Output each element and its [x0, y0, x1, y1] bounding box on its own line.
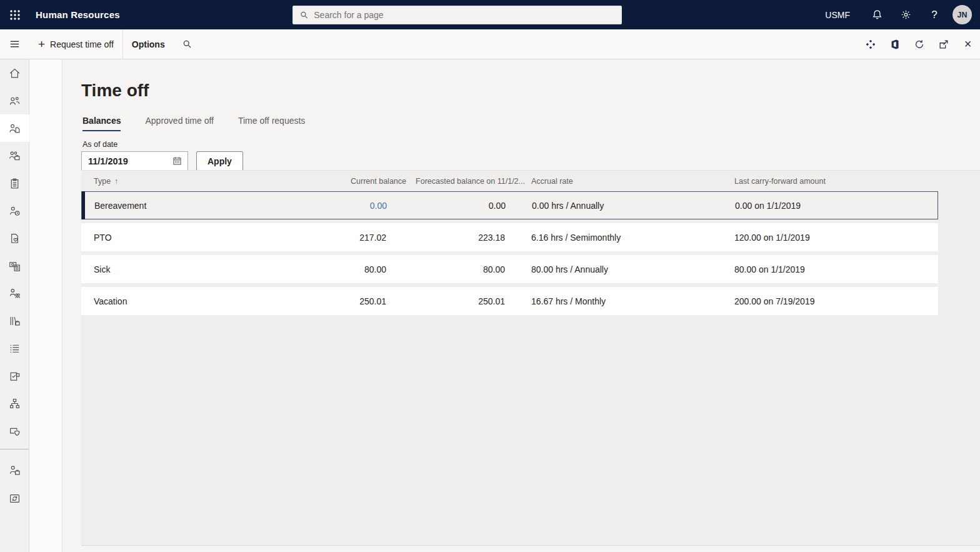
- cell-accrual-rate: 80.00 hrs / Annually: [525, 264, 719, 274]
- page-search-box[interactable]: [292, 6, 622, 24]
- as-of-date-field[interactable]: [81, 151, 188, 171]
- cell-accrual-rate: 6.16 hrs / Semimonthly: [525, 233, 719, 243]
- cell-carry-forward: 120.00 on 1/1/2019: [719, 233, 938, 243]
- people-briefcase-icon: [8, 149, 21, 163]
- diamonds-icon[interactable]: [858, 29, 882, 59]
- sidebar-nav-rail: [0, 59, 29, 552]
- sidebar-item-person-people[interactable]: [0, 279, 29, 307]
- column-header-accrual-rate[interactable]: Accrual rate: [525, 177, 719, 186]
- company-selector[interactable]: USMF: [821, 8, 854, 23]
- page-title: Time off: [81, 81, 980, 101]
- document-heart-icon: [8, 232, 21, 245]
- hamburger-menu-icon[interactable]: [0, 29, 29, 59]
- cell-forecasted-balance: 250.01: [406, 296, 525, 306]
- sidebar-item-payroll[interactable]: [0, 252, 29, 279]
- sidebar-item-box-sync[interactable]: [0, 484, 29, 511]
- options-button[interactable]: Options: [123, 29, 174, 59]
- clipboard-check-icon: [8, 369, 21, 383]
- sidebar-item-person-document[interactable]: [0, 114, 29, 142]
- cell-carry-forward: 0.00 on 1/1/2019: [719, 201, 938, 211]
- cell-current-balance: 80.00: [338, 264, 406, 274]
- sidebar-item-books-briefcase[interactable]: [0, 307, 29, 334]
- gear-icon[interactable]: [891, 0, 920, 29]
- plus-icon: +: [38, 38, 45, 51]
- payroll-icon: [8, 259, 21, 273]
- cell-forecasted-balance: 0.00: [407, 201, 526, 211]
- cell-forecasted-balance: 223.18: [406, 233, 525, 243]
- refresh-icon[interactable]: [907, 29, 931, 59]
- column-header-carry-forward[interactable]: Last carry-forward amount: [719, 177, 938, 186]
- sidebar-item-list[interactable]: [0, 334, 29, 362]
- sort-ascending-icon: ↑: [114, 177, 118, 186]
- office-icon[interactable]: [882, 29, 907, 59]
- table-row-bereavement[interactable]: Bereavement0.000.000.00 hrs / Annually0.…: [81, 191, 938, 219]
- org-chart-icon: [8, 397, 21, 410]
- column-header-type[interactable]: Type↑: [81, 177, 338, 186]
- grid-header-row: Type↑ Current balance Forecasted balance…: [81, 171, 938, 191]
- as-of-date-input[interactable]: [88, 156, 172, 166]
- balances-grid: Type↑ Current balance Forecasted balance…: [81, 170, 980, 546]
- sidebar-strip: [30, 59, 62, 552]
- sidebar-divider: [0, 449, 29, 449]
- column-header-current-balance[interactable]: Current balance: [338, 177, 406, 186]
- calendar-icon[interactable]: [172, 156, 182, 166]
- balance-link[interactable]: 0.00: [370, 201, 387, 211]
- shield-panel-icon: [8, 424, 21, 438]
- tab-balances[interactable]: Balances: [82, 116, 121, 131]
- toolbar-search-icon[interactable]: [174, 29, 201, 59]
- cell-type: Vacation: [81, 296, 338, 306]
- people-icon: [8, 94, 21, 108]
- waffle-icon[interactable]: [0, 0, 29, 29]
- cell-accrual-rate: 16.67 hrs / Monthly: [525, 296, 719, 306]
- home-icon: [8, 67, 21, 80]
- request-time-off-button[interactable]: + Request time off: [29, 29, 122, 59]
- sidebar-item-person-clock[interactable]: [0, 197, 29, 224]
- cell-accrual-rate: 0.00 hrs / Annually: [526, 201, 719, 211]
- sidebar-item-org-chart[interactable]: [0, 389, 29, 417]
- table-row-pto[interactable]: PTO217.02223.186.16 hrs / Semimonthly120…: [81, 223, 938, 251]
- cell-type: PTO: [81, 233, 338, 243]
- app-title: Human Resources: [36, 9, 120, 20]
- person-people-icon: [8, 287, 21, 300]
- person-clock-icon: [8, 204, 21, 218]
- sidebar-item-people[interactable]: [0, 87, 29, 114]
- sidebar-item-clipboard-check[interactable]: [0, 362, 29, 389]
- person-document-icon: [8, 122, 21, 135]
- sidebar-item-home[interactable]: [0, 59, 29, 87]
- cell-carry-forward: 80.00 on 1/1/2019: [719, 264, 938, 274]
- books-briefcase-icon: [8, 314, 21, 328]
- help-icon[interactable]: ?: [920, 0, 949, 29]
- tab-bar: BalancesApproved time offTime off reques…: [82, 116, 980, 131]
- apply-button[interactable]: Apply: [196, 151, 243, 171]
- box-sync-icon: [8, 491, 21, 504]
- tab-time-off-requests[interactable]: Time off requests: [238, 116, 305, 131]
- page-search-input[interactable]: [314, 10, 615, 20]
- cell-current-balance: 250.01: [338, 296, 406, 306]
- cell-type: Sick: [81, 264, 338, 274]
- cell-carry-forward: 200.00 on 7/19/2019: [719, 296, 938, 306]
- table-row-vacation[interactable]: Vacation250.01250.0116.67 hrs / Monthly2…: [81, 287, 938, 315]
- sidebar-item-people-briefcase[interactable]: [0, 142, 29, 169]
- cell-current-balance[interactable]: 0.00: [338, 201, 407, 211]
- popout-icon[interactable]: [931, 29, 956, 59]
- table-row-sick[interactable]: Sick80.0080.0080.00 hrs / Annually80.00 …: [81, 255, 938, 283]
- bell-icon[interactable]: [862, 0, 891, 29]
- column-header-forecasted-balance[interactable]: Forecasted balance on 11/1/2...: [406, 177, 525, 186]
- cell-forecasted-balance: 80.00: [406, 264, 525, 274]
- cell-current-balance: 217.02: [338, 233, 406, 243]
- tab-approved-time-off[interactable]: Approved time off: [145, 116, 213, 131]
- sidebar-item-document-heart[interactable]: [0, 224, 29, 252]
- sidebar-item-person-briefcase[interactable]: [0, 456, 29, 484]
- cell-type: Bereavement: [82, 201, 338, 211]
- clipboard-icon: [8, 177, 21, 190]
- avatar[interactable]: JN: [952, 5, 972, 24]
- top-navbar: Human Resources USMF ? JN: [0, 0, 980, 29]
- main-content: Time off BalancesApproved time offTime o…: [63, 59, 980, 552]
- sidebar-item-shield-panel[interactable]: [0, 417, 29, 444]
- search-icon: [299, 10, 309, 20]
- list-icon: [8, 342, 21, 355]
- sidebar-item-clipboard[interactable]: [0, 169, 29, 197]
- close-icon[interactable]: ×: [956, 29, 980, 59]
- as-of-date-label: As of date: [82, 140, 980, 149]
- action-toolbar: + Request time off Options: [0, 29, 980, 59]
